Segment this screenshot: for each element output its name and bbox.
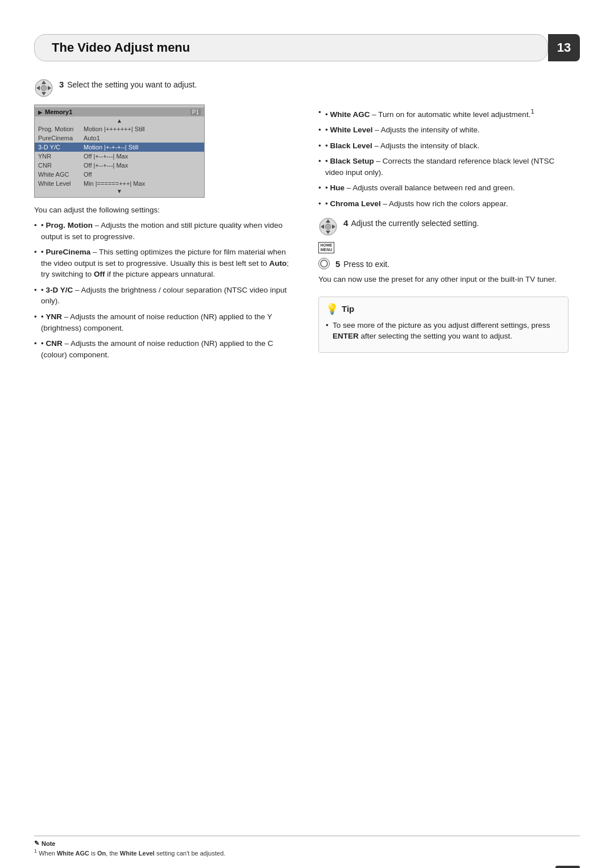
step4-text: 4 Adjust the currently selected setting. <box>343 217 479 229</box>
dpad-icon-step4 <box>318 217 338 236</box>
step4-row: 4 Adjust the currently selected setting. <box>318 217 569 236</box>
menu-title-bar: ▶ Memory1 P1 <box>35 107 204 116</box>
bullet-hue: • Hue – Adjusts overall balance between … <box>318 182 569 194</box>
tip-box: 💡 Tip To see more of the picture as you … <box>318 297 569 353</box>
title-box: The Video Adjust menu <box>34 34 548 61</box>
you-can-text: You can now use the preset for any other… <box>318 274 569 285</box>
step4-section: 4 Adjust the currently selected setting. <box>318 217 569 236</box>
menu-row-cnr: CNR Off |+--+---| Max <box>35 161 204 170</box>
svg-point-11 <box>325 224 331 229</box>
main-content: 3 Select the setting you want to adjust.… <box>34 78 580 365</box>
menu-arrow-down: ▼ <box>35 188 204 195</box>
tip-bullet-list: To see more of the picture as you adjust… <box>326 320 561 342</box>
step5-text: 5 Press to exit. <box>335 258 389 270</box>
footer-note: ✎ Note 1 When White AGC is On, the White… <box>34 836 580 857</box>
bullet-black-setup: • Black Setup – Corrects the standard re… <box>318 156 569 178</box>
tip-icon: 💡 <box>326 303 338 315</box>
step3-row: 3 Select the setting you want to adjust. <box>34 78 296 98</box>
menu-row-white-level: White Level Min |======+++| Max <box>35 179 204 188</box>
page-container: The Video Adjust menu 13 <box>0 34 614 868</box>
header-bar: The Video Adjust menu 13 <box>34 34 580 61</box>
menu-row-white-agc: White AGC Off <box>35 170 204 179</box>
home-menu-icon: HOMEMENU <box>318 242 334 253</box>
note-text: 1 When White AGC is On, the White Level … <box>34 848 580 857</box>
bullet-3d-yc: • 3-D Y/C – Adjusts the brightness / col… <box>34 285 296 307</box>
bullet-ynr: • YNR – Adjusts the amount of noise redu… <box>34 311 296 333</box>
bullet-chroma-level: • Chroma Level – Adjusts how rich the co… <box>318 198 569 210</box>
dpad-icon-step3 <box>34 78 53 98</box>
tip-title: Tip <box>342 304 354 314</box>
right-column: • White AGC – Turn on for automatic whit… <box>318 78 569 365</box>
menu-title-icon: ▶ <box>38 109 43 115</box>
menu-row-3d-yc: 3-D Y/C Motion |+-+-+--| Still <box>35 143 204 152</box>
bullet-prog-motion: • Prog. Motion – Adjusts the motion and … <box>34 220 296 242</box>
note-label: Note <box>42 840 55 847</box>
menu-screenshot: ▶ Memory1 P1 ▲ Prog. Motion Motion |++++… <box>34 105 205 198</box>
svg-point-12 <box>321 260 327 267</box>
svg-point-5 <box>41 85 47 91</box>
bullet-black-level: • Black Level – Adjusts the intensity of… <box>318 140 569 152</box>
bullet-cnr: • CNR – Adjusts the amount of noise redu… <box>34 338 296 360</box>
note-icon-row: ✎ Note <box>34 840 580 847</box>
note-pencil-icon: ✎ <box>34 840 39 847</box>
chapter-badge: 13 <box>548 34 580 61</box>
step5-press-row: 5 Press to exit. <box>318 257 569 270</box>
right-bullet-list: • White AGC – Turn on for automatic whit… <box>318 107 569 209</box>
left-column: 3 Select the setting you want to adjust.… <box>34 78 296 365</box>
step3-text: 3 Select the setting you want to adjust. <box>59 78 197 91</box>
step5-circle-icon <box>318 258 330 269</box>
menu-arrow-up: ▲ <box>35 118 204 124</box>
tip-header: 💡 Tip <box>326 303 561 315</box>
bullet-white-level: • White Level – Adjusts the intensity of… <box>318 124 569 136</box>
menu-row-prog-motion: Prog. Motion Motion |+++++++| Still <box>35 124 204 133</box>
bullet-purecinema: • PureCinema – This setting optimizes th… <box>34 247 296 280</box>
bullet-white-agc: • White AGC – Turn on for automatic whit… <box>318 107 569 120</box>
step5-row: HOMEMENU <box>318 241 569 253</box>
left-bullet-list: • Prog. Motion – Adjusts the motion and … <box>34 220 296 360</box>
tip-bullet-1: To see more of the picture as you adjust… <box>326 320 561 342</box>
adjust-text: You can adjust the following settings: <box>34 206 296 214</box>
menu-row-purecinema: PureCinema Auto1 <box>35 133 204 143</box>
page-title: The Video Adjust menu <box>52 40 190 55</box>
menu-row-ynr: YNR Off |+--+---| Max <box>35 152 204 161</box>
page-number: 107 <box>555 866 580 868</box>
